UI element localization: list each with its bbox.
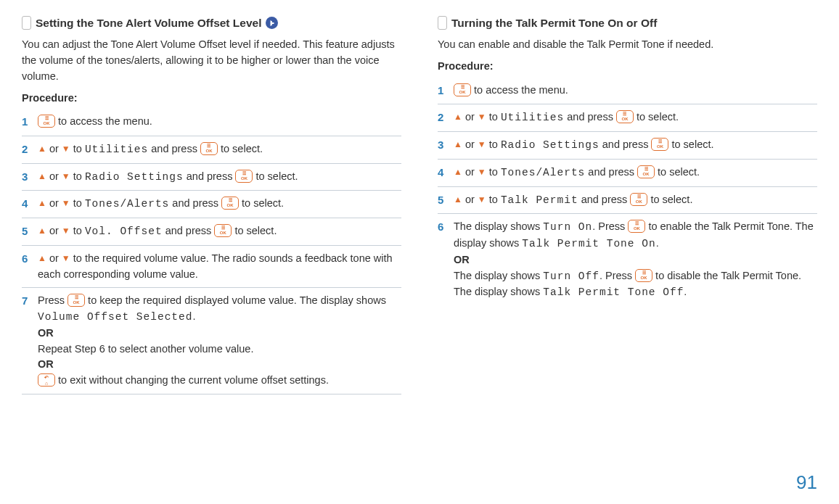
ok-button-icon — [214, 224, 232, 237]
step-body: or to Vol. Offset and press to select. — [38, 223, 401, 240]
up-arrow-icon — [454, 110, 462, 123]
ok-button-icon — [200, 142, 218, 155]
step-row: 2 or to Utilities and press to select. — [22, 136, 401, 164]
left-intro: You can adjust the Tone Alert Volume Off… — [22, 37, 401, 84]
ok-button-icon — [221, 197, 239, 210]
step-number: 2 — [438, 110, 446, 126]
step-body: or to Radio Settings and press to select… — [38, 169, 401, 186]
step-number: 5 — [22, 223, 30, 240]
step-number: 1 — [22, 114, 30, 131]
step-number: 1 — [438, 83, 446, 99]
menu-text: Utilities — [501, 112, 564, 123]
left-section-title: Setting the Tone Alert Volume Offset Lev… — [22, 15, 401, 31]
down-arrow-icon — [62, 170, 70, 183]
ok-button-icon — [38, 115, 55, 128]
down-arrow-icon — [478, 138, 486, 151]
right-column: Turning the Talk Permit Tone On or Off Y… — [438, 15, 817, 394]
step-body: or to Radio Settings and press to select… — [454, 137, 817, 154]
left-procedure-label: Procedure: — [22, 91, 401, 107]
step-row: 1 to access the menu. — [438, 78, 817, 105]
ok-button-icon — [235, 170, 253, 183]
step-number: 3 — [438, 137, 446, 154]
step-row: 3 or to Radio Settings and press to sele… — [438, 132, 817, 160]
step-body: or to Tones/Alerts and press to select. — [38, 196, 401, 212]
down-arrow-icon — [62, 197, 70, 210]
right-title-text: Turning the Talk Permit Tone On or Off — [451, 15, 657, 31]
ok-button-icon — [616, 110, 634, 123]
step-row: 2 or to Utilities and press to select. — [438, 104, 817, 132]
step-body: or to Utilities and press to select. — [454, 110, 817, 126]
step-row: 1 to access the menu. — [22, 109, 401, 136]
step-body: Press to keep the required displayed vol… — [38, 293, 401, 389]
menu-text: Vol. Offset — [85, 226, 163, 237]
ok-button-icon — [635, 269, 652, 282]
up-arrow-icon — [38, 197, 46, 210]
right-intro: You can enable and disable the Talk Perm… — [438, 37, 817, 53]
up-arrow-icon — [38, 170, 46, 183]
step-body: or to Talk Permit and press to select. — [454, 192, 817, 209]
or-label: OR — [38, 327, 54, 339]
display-text: Talk Permit Tone Off — [543, 286, 684, 298]
up-arrow-icon — [454, 193, 462, 206]
step-row: 7 Press to keep the required displayed v… — [22, 288, 401, 394]
menu-text: Tones/Alerts — [85, 198, 169, 210]
ok-button-icon — [628, 220, 645, 233]
menu-text: Tones/Alerts — [501, 167, 585, 178]
box-icon — [22, 16, 31, 30]
down-arrow-icon — [62, 252, 70, 265]
down-arrow-icon — [478, 110, 486, 123]
step-number: 6 — [438, 219, 446, 301]
step-body: or to Tones/Alerts and press to select. — [454, 165, 817, 181]
back-home-icon — [38, 373, 55, 387]
down-arrow-icon — [62, 142, 70, 155]
display-text: Turn Off — [543, 270, 599, 282]
step-number: 4 — [22, 196, 30, 212]
or-label: OR — [454, 254, 470, 265]
or-label: OR — [38, 358, 54, 370]
display-text: Turn On — [543, 221, 592, 233]
ok-button-icon — [67, 294, 85, 307]
left-title-text: Setting the Tone Alert Volume Offset Lev… — [36, 15, 261, 31]
step-row: 3 or to Radio Settings and press to sele… — [22, 164, 401, 191]
left-column: Setting the Tone Alert Volume Offset Lev… — [22, 15, 401, 394]
step-body: to access the menu. — [454, 83, 817, 99]
step-row: 6 or to the required volume value. The r… — [22, 246, 401, 289]
step-number: 5 — [438, 192, 446, 209]
step-number: 7 — [22, 293, 30, 389]
display-text: Volume Offset Selected — [38, 311, 192, 323]
menu-text: Utilities — [85, 144, 148, 155]
down-arrow-icon — [478, 165, 486, 178]
step-row: 6 The display shows Turn On. Press to en… — [438, 214, 817, 306]
up-arrow-icon — [38, 224, 46, 237]
menu-text: Radio Settings — [501, 139, 599, 151]
ok-button-icon — [454, 83, 471, 96]
step-number: 4 — [438, 165, 446, 181]
menu-text: Radio Settings — [85, 171, 184, 183]
step-row: 4 or to Tones/Alerts and press to select… — [22, 191, 401, 218]
up-arrow-icon — [38, 252, 46, 265]
box-icon — [438, 16, 447, 30]
step-number: 3 — [22, 169, 30, 186]
step-body: or to Utilities and press to select. — [38, 141, 401, 158]
down-arrow-icon — [62, 224, 70, 237]
ok-button-icon — [630, 193, 647, 206]
step-number: 2 — [22, 141, 30, 158]
step-row: 5 or to Vol. Offset and press to select. — [22, 218, 401, 246]
ok-button-icon — [637, 165, 655, 178]
up-arrow-icon — [454, 138, 462, 151]
step-body: or to the required volume value. The rad… — [38, 251, 401, 283]
up-arrow-icon — [38, 142, 46, 155]
conventional-icon — [266, 17, 278, 29]
down-arrow-icon — [478, 193, 486, 206]
step-body: to access the menu. — [38, 114, 401, 131]
step-row: 5 or to Talk Permit and press to select. — [438, 187, 817, 215]
step-row: 4 or to Tones/Alerts and press to select… — [438, 160, 817, 187]
up-arrow-icon — [454, 165, 462, 178]
display-text: Talk Permit Tone On — [522, 238, 655, 249]
ok-button-icon — [651, 138, 668, 151]
step-number: 6 — [22, 251, 30, 283]
right-section-title: Turning the Talk Permit Tone On or Off — [438, 15, 817, 31]
right-procedure-label: Procedure: — [438, 59, 817, 75]
menu-text: Talk Permit — [501, 194, 578, 206]
step-body: The display shows Turn On. Press to enab… — [454, 219, 817, 301]
